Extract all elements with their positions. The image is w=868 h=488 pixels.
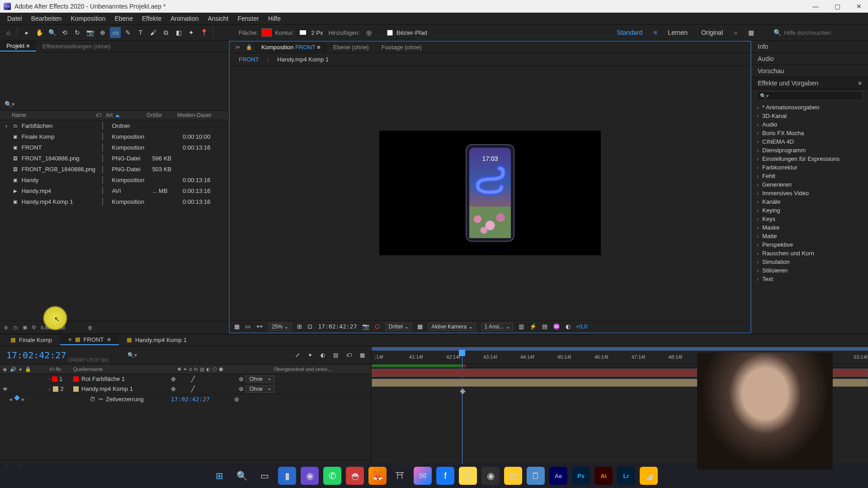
project-column-headers[interactable]: Name 🏷 Art Größe Medien-Dauer <box>0 110 228 120</box>
timeline-icon[interactable]: ▤ <box>542 323 547 330</box>
effects-tree-node[interactable]: Simulation <box>755 258 864 266</box>
effects-tree-node[interactable]: CINEMA 4D <box>755 137 864 146</box>
orbit-tool-icon[interactable]: ⟲ <box>59 27 70 38</box>
stroke-width[interactable]: 2 Px <box>310 29 325 36</box>
start-icon[interactable]: ⊞ <box>210 467 228 485</box>
project-row[interactable]: ▣Finale KompKomposition0:00:10:00 <box>0 131 228 142</box>
notes-icon[interactable]: 🗒 <box>459 467 477 485</box>
add-target-icon[interactable]: ◎ <box>363 27 374 38</box>
new-folder-icon[interactable]: 🗀 <box>13 325 18 330</box>
effects-tree-node[interactable]: Perspektive <box>755 240 864 249</box>
workspace-original[interactable]: Original <box>698 27 726 38</box>
layer-property-row[interactable]: ◂▸ ⏱⤳Zeitverzerrung 17:02:42:27 ⊚ <box>0 394 371 404</box>
effects-tree-node[interactable]: Kanäle <box>755 197 864 206</box>
effects-tree-node[interactable]: Keys <box>755 215 864 223</box>
brainstorm-icon[interactable]: 🏷 <box>346 352 352 358</box>
menu-layer[interactable]: Ebene <box>110 14 137 23</box>
project-row[interactable]: ▣HandyKomposition0:00:13:16 <box>0 174 228 185</box>
effects-tree-node[interactable]: Matte <box>755 232 864 240</box>
composition-breadcrumb[interactable]: FRONT ‹ Handy.mp4 Komp 1 <box>230 53 750 66</box>
effects-tree[interactable]: * Animationsvorgaben3D-KanalAudioBoris F… <box>751 102 868 333</box>
effects-tree-node[interactable]: Maske <box>755 223 864 232</box>
timeline-tab-handy[interactable]: Handy.mp4 Komp 1 <box>119 335 195 345</box>
photoshop-icon[interactable]: Ps <box>572 467 590 485</box>
resolution-icon[interactable]: ⊞ <box>297 323 302 330</box>
grid-icon[interactable]: ▦ <box>234 323 240 330</box>
messenger-icon[interactable]: ✉ <box>414 467 432 485</box>
workspace-standard[interactable]: Standard <box>614 27 645 38</box>
graph-editor-icon[interactable]: ▤ <box>333 352 338 358</box>
col-name[interactable]: Name <box>5 112 96 118</box>
prev-keyframe-icon[interactable]: ◂ <box>9 396 12 403</box>
views-dropdown[interactable]: 1 Ansi... ⌄ <box>481 323 513 331</box>
hand-tool-icon[interactable]: ✋ <box>34 27 45 38</box>
app-2-icon[interactable]: ◉ <box>301 467 319 485</box>
col-label-icon[interactable]: 🏷 <box>96 112 106 118</box>
zoom-tool-icon[interactable]: 🔍 <box>47 27 57 38</box>
snapshot-icon[interactable]: 📷 <box>362 323 369 330</box>
col-size[interactable]: Größe <box>146 112 177 118</box>
timecode-icon[interactable]: ⊡ <box>307 323 312 330</box>
bezier-checkbox[interactable] <box>387 30 393 36</box>
effects-tree-node[interactable]: 3D-Kanal <box>755 112 864 120</box>
trash-icon[interactable]: 🗑 <box>88 325 93 330</box>
project-row[interactable]: 🖼FRONT_1840886.pngPNG-Datei596 KB <box>0 153 228 164</box>
tab-project[interactable]: Projekt ≡ <box>0 41 36 52</box>
search-taskbar-icon[interactable]: 🔍 <box>233 467 251 485</box>
effects-tree-node[interactable]: Audio <box>755 120 864 129</box>
effects-tree-node[interactable]: Generieren <box>755 180 864 189</box>
exposure-value[interactable]: +0,0 <box>576 323 588 330</box>
workspace-learn[interactable]: Lernen <box>665 27 690 38</box>
effects-tree-node[interactable]: Immersives Video <box>755 189 864 197</box>
explorer-icon[interactable]: 🗀 <box>504 467 522 485</box>
preview-quality-dropdown[interactable]: Drittel ⌄ <box>385 323 412 331</box>
comp-flowchart-icon[interactable]: ♒ <box>553 323 560 330</box>
eraser-tool-icon[interactable]: ◧ <box>173 27 184 38</box>
task-view-icon[interactable]: ▭ <box>255 467 274 485</box>
clone-tool-icon[interactable]: ⧉ <box>160 27 171 38</box>
keyframe-diamond-icon[interactable] <box>14 395 20 401</box>
menu-composition[interactable]: Komposition <box>66 14 110 23</box>
project-settings-icon[interactable]: ⚙ <box>32 324 36 330</box>
effects-tree-node[interactable]: Einstellungen für Expressions <box>755 155 864 163</box>
tab-effect-controls[interactable]: Effekteinstellungen (ohne) <box>36 42 117 51</box>
layer-row-2[interactable]: ⌄2 Handy.mp4 Komp 1 ⊕╱ ⊚ Ohne <box>0 384 371 394</box>
menu-animation[interactable]: Animation <box>166 14 203 23</box>
selection-tool-icon[interactable]: ▸ <box>21 27 32 38</box>
composition-viewer[interactable]: 17:03 <box>230 66 750 320</box>
project-row[interactable]: ▶Handy.mp4AVI... MB0:00:13:16 <box>0 185 228 196</box>
comp-tab-layer[interactable]: Ebene (ohne) <box>327 42 375 52</box>
effects-tree-node[interactable]: Dienstprogramm <box>755 146 864 155</box>
facebook-icon[interactable]: f <box>436 467 454 485</box>
whatsapp-icon[interactable]: ✆ <box>323 467 341 485</box>
fast-preview-icon[interactable]: ⚡ <box>529 323 537 330</box>
interpret-footage-icon[interactable]: 🗎 <box>4 325 9 330</box>
col-duration[interactable]: Medien-Dauer <box>177 112 218 118</box>
parent-dropdown[interactable]: Ohne <box>245 385 275 393</box>
effects-search-input[interactable]: 🔍▾ <box>757 91 863 100</box>
workspace-overflow-icon[interactable]: ▦ <box>745 27 756 38</box>
menu-effects[interactable]: Effekte <box>137 14 166 23</box>
timeline-tab-front[interactable]: ×FRONT≡ <box>60 335 119 345</box>
app-1-icon[interactable]: ▮ <box>278 467 296 485</box>
reset-exposure-icon[interactable]: ◐ <box>566 323 571 330</box>
fill-swatch[interactable] <box>262 28 272 37</box>
project-search-icon[interactable]: 🔍▾ <box>5 101 15 108</box>
comp-tab-footage[interactable]: Footage (ohne) <box>375 42 428 52</box>
active-camera-dropdown[interactable]: Aktive Kamera ⌄ <box>428 323 476 331</box>
panel-effects-presets[interactable]: Effekte und Vorgaben≡ <box>751 77 868 89</box>
timeline-tab-finale[interactable]: Finale Komp <box>3 335 60 345</box>
effects-tree-node[interactable]: Keying <box>755 206 864 215</box>
app-5-icon[interactable]: ◢ <box>640 467 658 485</box>
project-row[interactable]: 🖼FRONT_RGB_1840886.pngPNG-Datei503 KB <box>0 164 228 174</box>
zoom-dropdown[interactable]: 25% ⌄ <box>269 323 292 331</box>
puppet-tool-icon[interactable]: 📍 <box>198 27 209 38</box>
breadcrumb-active[interactable]: FRONT <box>239 56 259 63</box>
rectangle-tool-icon[interactable]: ▭ <box>110 27 121 38</box>
maximize-button[interactable]: ▢ <box>832 1 843 12</box>
menu-view[interactable]: Ansicht <box>203 14 233 23</box>
illustrator-icon[interactable]: Ai <box>594 467 613 485</box>
render-icon[interactable]: ▦ <box>360 352 365 358</box>
firefox-icon[interactable]: 🦊 <box>368 467 387 485</box>
after-effects-icon[interactable]: Ae <box>549 467 567 485</box>
